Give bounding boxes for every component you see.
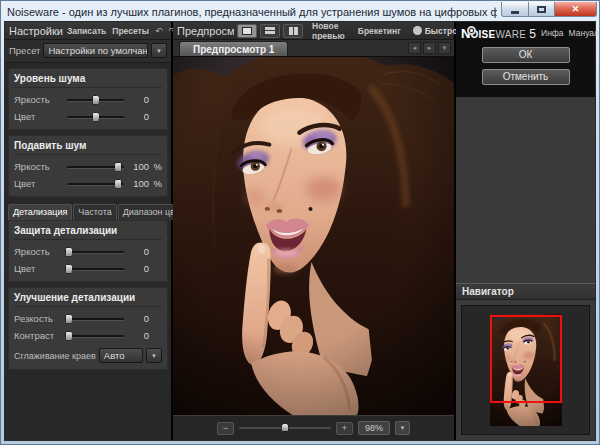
slider-row-color: Цвет 0 [14,260,162,277]
contrast-slider[interactable] [67,330,124,342]
navigator-section: Навигатор [456,283,595,440]
edge-smoothing-select[interactable]: Авто [99,348,143,363]
navigator-viewport-frame[interactable] [490,315,562,403]
new-preview-button[interactable]: Новое превью [310,20,347,42]
zoom-level-value[interactable]: 98% [358,421,390,435]
cancel-button[interactable]: Отменить [482,69,570,85]
luminance-noise-slider[interactable] [67,94,124,106]
slider-row-color: Цвет 100 % [14,175,162,192]
record-preset-button[interactable]: Записать [65,25,108,37]
slider-thumb[interactable] [92,112,100,122]
color-protection-slider[interactable] [67,263,124,275]
navigator-thumbnail[interactable] [490,314,562,426]
info-link[interactable]: Инфа [541,28,564,38]
slider-thumb[interactable] [65,331,73,341]
preview-tabbar: Предпросмотр 1 ◄ ► ▼ [173,40,454,57]
zoom-level-dropdown[interactable]: ▼ [395,421,410,435]
edge-smoothing-label: Сглаживание краев [14,351,96,361]
tab-next-button[interactable]: ► [423,42,436,54]
settings-header: Настройки Записать Пресеты ↶ ↷ ▼ [5,22,171,40]
slider-label: Резкость [14,313,64,324]
slider-row-luminance: Яркость 0 [14,243,162,260]
section-title: Защита детализации [14,223,162,240]
section-title: Подавить шум [14,138,162,155]
detail-tabs: Детализация Частота Диапазон цвета [8,204,168,220]
preview-tab-1[interactable]: Предпросмотр 1 [179,41,288,56]
app-window: Noiseware - один из лучших плагинов, пре… [0,0,600,445]
zoom-slider[interactable] [239,422,331,434]
slider-unit: % [149,161,162,172]
sharpness-slider[interactable] [67,313,124,325]
slider-row-sharpness: Резкость 0 [14,310,162,327]
preview-image-canvas[interactable] [173,57,454,415]
tab-detail[interactable]: Детализация [8,204,72,220]
window-title: Noiseware - один из лучших плагинов, пре… [7,5,497,18]
slider-row-luminance: Яркость 100 % [14,158,162,175]
preview-toolbar-label: Предпросмотр [177,25,234,37]
split-horizontal-icon [265,27,275,34]
zoom-slider-thumb[interactable] [281,423,289,432]
undo-icon[interactable]: ↶ [153,26,165,36]
mode-fast-radio[interactable]: Быстро [413,26,458,36]
slider-label: Цвет [14,178,64,189]
split-vertical-icon [289,27,298,35]
chevron-down-icon: ▼ [442,45,448,51]
tab-frequency[interactable]: Частота [73,204,116,220]
manual-link[interactable]: Мануал [569,28,599,38]
single-view-button[interactable] [237,24,257,38]
section-title: Уровень шума [14,71,162,88]
luminance-reduction-slider[interactable] [67,161,124,173]
tab-list-button[interactable]: ▼ [438,42,451,54]
luminance-protection-slider[interactable] [67,246,124,258]
preset-dropdown-button[interactable]: ▼ [151,43,167,58]
brand-part-3: WARE [496,29,527,40]
slider-label: Яркость [14,161,64,172]
slider-thumb[interactable] [65,247,73,257]
slider-thumb[interactable] [92,95,100,105]
brand-version: 5 [529,27,536,41]
noise-reduction-section: Подавить шум Яркость 100 % Цвет 100 % [8,135,168,197]
slider-value: 100 [127,178,149,189]
tab-prev-button[interactable]: ◄ [408,42,421,54]
slider-thumb[interactable] [114,179,122,189]
slider-thumb[interactable] [65,264,73,274]
slider-value: 0 [127,330,149,341]
slider-row-color: Цвет 0 [14,108,162,125]
bracketing-button[interactable]: Брекетинг [356,25,403,37]
right-panel-spacer [456,97,595,283]
slider-thumb[interactable] [65,314,73,324]
navigator-box [461,305,590,435]
portrait-photo [173,57,454,415]
close-button[interactable]: ✕ [555,2,597,17]
split-horizontal-view-button[interactable] [260,24,280,38]
radio-unselected-icon [413,26,422,35]
slider-unit: % [149,178,162,189]
preset-select[interactable]: Настройки по умолчанию [43,43,148,58]
settings-title: Настройки [9,25,63,37]
preset-label: Пресет [9,45,40,56]
close-icon: ✕ [572,4,580,14]
slider-label: Контраст [14,330,64,341]
settings-panel: Настройки Записать Пресеты ↶ ↷ ▼ Пресет … [5,22,173,440]
navigator-title: Навигатор [456,284,595,300]
chevron-down-icon: ▼ [400,425,406,431]
slider-label: Яркость [14,246,64,257]
minimize-button[interactable] [501,2,529,17]
color-reduction-slider[interactable] [67,178,124,190]
color-noise-slider[interactable] [67,111,124,123]
slider-label: Цвет [14,263,64,274]
slider-row-luminance: Яркость 0 [14,91,162,108]
detail-enhancement-section: Улучшение детализации Резкость 0 Контрас… [8,287,168,370]
presets-button[interactable]: Пресеты [110,25,151,37]
title-bar[interactable]: Noiseware - один из лучших плагинов, пре… [1,1,599,21]
split-vertical-view-button[interactable] [283,24,303,38]
maximize-button[interactable] [529,2,555,17]
slider-thumb[interactable] [114,162,122,172]
ok-button[interactable]: ОК [482,47,570,63]
zoom-out-button[interactable]: − [217,422,234,435]
brand-header: NOISEWARE5 Инфа Мануал [456,22,595,41]
edge-smoothing-dropdown-button[interactable]: ▼ [146,348,162,363]
plus-icon: + [342,423,347,433]
arrow-right-icon: ► [427,45,433,51]
zoom-in-button[interactable]: + [336,422,353,435]
